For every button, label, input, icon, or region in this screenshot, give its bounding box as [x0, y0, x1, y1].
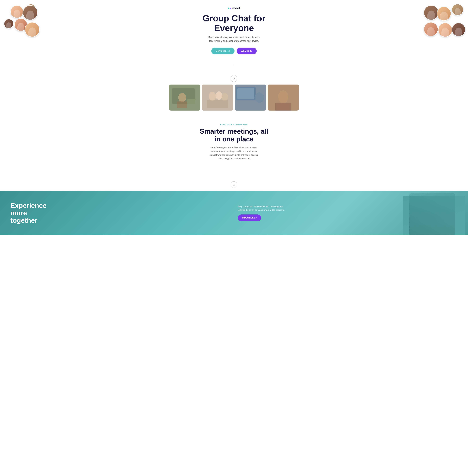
logo-dot-purple [230, 8, 231, 9]
features-description: Send messages, share files, show your sc… [209, 146, 259, 161]
hero-buttons: Downloadv1.3 What is it? [3, 48, 465, 54]
hero-title: Group Chat for Everyone [3, 14, 465, 33]
svg-point-2 [178, 93, 186, 102]
svg-point-13 [255, 92, 264, 103]
step-badge-2: 02 [231, 182, 237, 188]
features-label: BUILT FOR MODERN USE [3, 124, 465, 126]
avatar [424, 5, 439, 20]
hero-section: meet Group Chat for Everyone Meet makes … [0, 0, 468, 62]
avatar [23, 5, 38, 20]
svg-rect-16 [275, 103, 291, 111]
avatar [452, 23, 465, 36]
avatar [25, 22, 40, 37]
cta-content-left: Experience more together [10, 202, 230, 224]
image-card-1 [169, 84, 200, 111]
image-placeholder-2 [202, 84, 233, 111]
svg-rect-9 [207, 100, 228, 108]
step-line-2 [234, 171, 234, 182]
image-placeholder-1 [169, 84, 200, 111]
hero-subtitle: Meet makes it easy to connect with other… [207, 36, 261, 43]
avatar [4, 19, 14, 28]
image-placeholder-3 [235, 84, 266, 111]
image-card-2 [202, 84, 233, 111]
avatar [437, 6, 451, 21]
avatar [452, 4, 463, 16]
features-title: Smarter meetings, all in one place [3, 127, 465, 143]
step-badge-1: 01 [231, 75, 237, 82]
avatars-left [3, 4, 44, 43]
features-section: BUILT FOR MODERN USE Smarter meetings, a… [0, 118, 468, 168]
step-divider-2: 02 [0, 168, 468, 191]
hero-whatis-button[interactable]: What is it? [237, 48, 257, 54]
svg-point-8 [221, 93, 228, 101]
step-divider-1: 01 [0, 62, 468, 84]
logo-dot-teal [228, 8, 229, 9]
svg-rect-12 [237, 88, 254, 99]
image-placeholder-4 [268, 84, 299, 111]
svg-rect-3 [177, 101, 187, 108]
avatar [424, 22, 438, 36]
step-line [234, 65, 234, 75]
cta-title: Experience more together [10, 202, 49, 224]
cta-subtitle: Stay connected with reliable HD meetings… [238, 205, 287, 212]
hero-download-button[interactable]: Downloadv1.3 [211, 48, 234, 54]
avatars-right [424, 4, 465, 43]
logo: meet [3, 6, 465, 10]
cta-content-right: Stay connected with reliable HD meetings… [238, 205, 458, 221]
image-card-4 [268, 84, 299, 111]
avatar [10, 5, 23, 18]
logo-text: meet [232, 6, 240, 10]
svg-point-6 [209, 92, 216, 101]
image-grid [0, 84, 468, 118]
cta-download-button[interactable]: Downloadv1.3 [238, 214, 261, 221]
logo-dots [228, 8, 231, 9]
svg-point-15 [278, 90, 288, 103]
cta-section: Experience more together Stay connected … [0, 191, 468, 235]
image-card-3 [235, 84, 266, 111]
svg-point-7 [216, 91, 222, 100]
svg-rect-4 [187, 99, 195, 104]
avatar [438, 23, 452, 37]
